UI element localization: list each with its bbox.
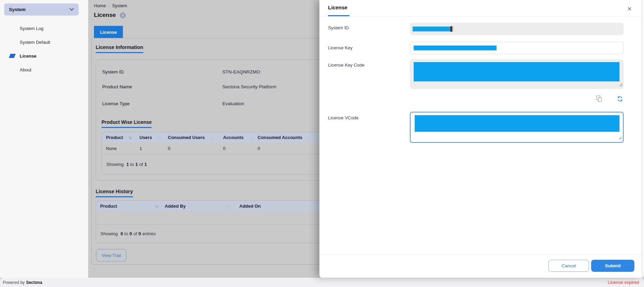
license-status-badge: License expired [608,280,639,285]
column-label: Consumed Users [168,135,205,140]
field-value: Sectona Security Platform [222,84,276,89]
column-label: Consumed Accounts [258,135,302,140]
sort-icon: ↑↓ [155,204,158,208]
cell-product: None [102,146,135,151]
submit-button[interactable]: Submit [591,260,634,272]
field-label: Product Name [102,84,222,89]
sidebar-item-about[interactable]: About [0,63,88,77]
license-icon [9,54,16,58]
license-vcode-textarea[interactable] [410,112,624,143]
column-label: Added By [165,204,186,209]
section-heading-license-history: License History [96,189,133,197]
license-drawer: License × System ID License Key License … [319,0,644,278]
cell-consumed-users: 0 [164,146,219,151]
info-row-license-type: License Type Evaluation [102,101,244,106]
sort-icon: ↑↓ [210,136,214,140]
column-header-added-by[interactable]: Added By ↑↓ [161,204,235,209]
drawer-label-license-key: License Key [328,45,353,50]
redacted-value [415,115,619,132]
view-trail-button[interactable]: View Trail [96,249,126,261]
resize-handle-icon[interactable] [618,135,622,141]
column-header-users[interactable]: Users ↑↓ [135,135,164,140]
column-label: Product [100,204,117,209]
breadcrumb-home[interactable]: Home [94,3,106,8]
field-value: STN-EAQNRZMO [222,69,260,75]
breadcrumb-system[interactable]: System [112,3,127,8]
powered-by: Powered bySectona [3,280,42,285]
copy-icon[interactable] [595,95,603,103]
sidebar-menu: System Log System Default License About [0,21,88,77]
drawer-label-system-id: System ID [328,25,349,30]
section-heading-product-wise-license: Product Wise License [102,119,152,128]
column-header-product[interactable]: Product ↑↓ [96,204,161,209]
info-row-system-id: System ID STN-EAQNRZMO [102,69,260,75]
sidebar: System System Log System Default License… [0,0,88,278]
field-label: License Type [102,101,222,106]
column-header-consumed-users[interactable]: Consumed Users ↑↓ [164,135,219,140]
sidebar-item-system-default[interactable]: System Default [0,35,88,49]
sort-icon: ↑↓ [157,136,161,140]
app-root: System System Log System Default License… [0,0,644,287]
license-key-input[interactable] [410,42,624,54]
system-menu-label: System [9,7,26,12]
column-label: Added On [239,204,261,209]
sidebar-item-label: System Default [20,40,50,45]
drawer-header: License [319,0,641,17]
drawer-label-license-vcode: License VCode [328,115,358,120]
license-key-code-textarea[interactable] [410,59,624,89]
scrollbar-track[interactable] [641,0,644,278]
section-heading-license-information: License Information [96,44,143,53]
breadcrumb: Home › System [94,3,127,8]
sidebar-item-license[interactable]: License [0,49,88,63]
field-label: System ID [102,69,222,75]
resize-handle-icon[interactable] [619,82,623,88]
column-header-product[interactable]: Product ↑↓ [102,135,135,140]
redacted-value [414,46,497,50]
system-id-input[interactable] [410,23,624,35]
column-label: Accounts [223,135,243,140]
chevron-down-icon [69,8,74,11]
field-value: Evaluation [222,101,244,106]
sidebar-item-label: System Log [20,26,44,31]
tab-license[interactable]: License [94,26,123,38]
sidebar-item-label: License [20,53,36,59]
cell-users: 1 [135,146,164,151]
drawer-footer-divider [319,255,641,255]
cell-accounts: 0 [219,146,253,151]
sort-icon: ↑↓ [128,136,132,140]
brand-name: Sectona [26,280,42,285]
close-icon[interactable]: × [625,4,634,14]
sidebar-item-system-log[interactable]: System Log [0,21,88,35]
sort-icon: ↑↓ [227,204,230,208]
info-icon[interactable]: i [120,12,126,18]
redacted-value [413,27,450,31]
drawer-title: License [328,4,347,10]
cancel-button[interactable]: Cancel [548,260,589,272]
drawer-label-license-key-code: License Key Code [328,62,365,68]
refresh-icon[interactable] [616,95,624,103]
breadcrumb-separator-icon: › [108,3,110,8]
redacted-value [414,62,619,81]
page-title: License [94,12,116,19]
drawer-title-underline [328,15,349,16]
column-header-accounts[interactable]: Accounts ↑↓ [219,135,253,140]
footer-bar: Powered bySectona License expired [0,278,644,287]
info-row-product-name: Product Name Sectona Security Platform [102,84,276,89]
system-menu-button[interactable]: System [4,3,79,16]
sort-icon: ↑↓ [249,136,252,140]
redacted-value-end [452,27,454,31]
column-label: Users [140,135,152,140]
column-label: Product [106,135,123,140]
sidebar-item-label: About [20,67,31,72]
